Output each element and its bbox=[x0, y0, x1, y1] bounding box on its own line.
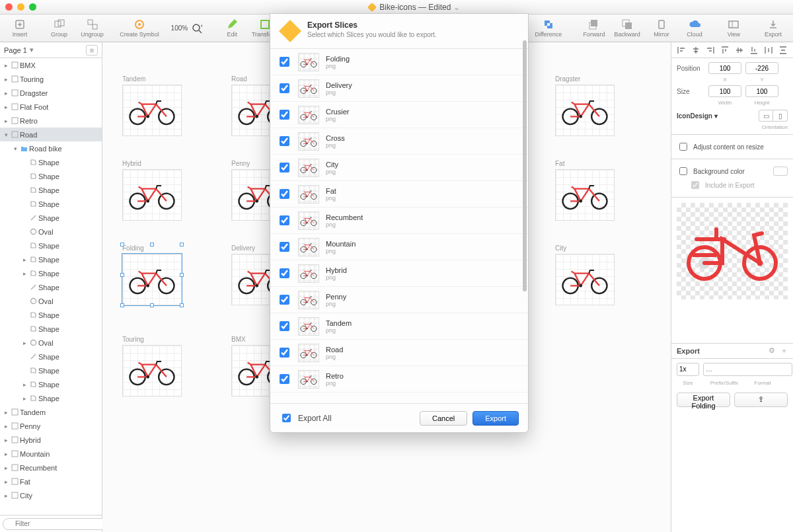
export-slice-row[interactable]: Fat png bbox=[270, 181, 528, 208]
artboard[interactable]: Hybrid bbox=[122, 160, 182, 221]
layer-row[interactable]: ▸Dragster bbox=[0, 86, 102, 100]
align-top-icon[interactable] bbox=[720, 46, 730, 55]
layer-row[interactable]: Shape bbox=[0, 322, 102, 336]
share-button[interactable]: ⇪ bbox=[734, 393, 788, 407]
layer-row[interactable]: Shape bbox=[0, 239, 102, 252]
artboard[interactable]: Touring bbox=[122, 336, 182, 397]
artboard[interactable]: Dragster bbox=[555, 75, 615, 136]
layer-row[interactable]: Oval bbox=[0, 294, 102, 308]
export-confirm-button[interactable]: Export bbox=[472, 411, 519, 426]
layer-row[interactable]: ▸Fat bbox=[0, 475, 102, 488]
layer-row[interactable]: ▸BMX bbox=[0, 58, 102, 72]
layer-row[interactable]: ▸Shape bbox=[0, 252, 102, 266]
view-button[interactable]: View bbox=[718, 15, 749, 42]
align-center-h-icon[interactable] bbox=[691, 46, 700, 55]
export-slice-row[interactable]: Hybrid png bbox=[270, 260, 528, 287]
layer-row[interactable]: ▸Flat Foot bbox=[0, 100, 102, 114]
slice-checkbox[interactable] bbox=[280, 295, 289, 305]
export-all-checkbox[interactable] bbox=[282, 414, 291, 422]
close-window[interactable] bbox=[5, 3, 13, 11]
slice-checkbox[interactable] bbox=[280, 268, 289, 278]
export-prefix-input[interactable] bbox=[703, 363, 792, 376]
layer-row[interactable]: ▸Mountain bbox=[0, 447, 102, 461]
layer-row[interactable]: ▸Recumbent bbox=[0, 461, 102, 475]
export-slice-row[interactable]: Cross png bbox=[270, 128, 528, 155]
export-slice-row[interactable]: Tandem png bbox=[270, 313, 528, 340]
adjust-content-checkbox[interactable] bbox=[679, 143, 687, 151]
layer-row[interactable]: ▸Oval bbox=[0, 336, 102, 350]
align-bottom-icon[interactable] bbox=[749, 46, 759, 55]
layer-row[interactable]: Shape bbox=[0, 183, 102, 197]
zoom-window[interactable] bbox=[29, 3, 36, 11]
layer-row[interactable]: Oval bbox=[0, 225, 102, 239]
layer-row[interactable]: Shape bbox=[0, 308, 102, 322]
create-symbol-button[interactable]: Create Symbol bbox=[116, 15, 163, 42]
layer-row[interactable]: ▾Road bbox=[0, 128, 102, 141]
width-input[interactable] bbox=[708, 85, 741, 97]
layer-row[interactable]: ▸Retro bbox=[0, 114, 102, 128]
layer-row[interactable]: ▸City bbox=[0, 488, 102, 502]
layer-row[interactable]: Shape bbox=[0, 169, 102, 183]
ungroup-button[interactable]: Ungroup bbox=[77, 15, 108, 42]
artboard[interactable]: Fat bbox=[555, 160, 615, 221]
export-slice-row[interactable]: Retro png bbox=[270, 366, 528, 393]
layer-row[interactable]: ▸Tandem bbox=[0, 405, 102, 419]
align-right-icon[interactable] bbox=[706, 46, 715, 55]
layer-row[interactable]: ▸Touring bbox=[0, 72, 102, 86]
artboard[interactable]: Tandem bbox=[122, 75, 182, 136]
slice-checkbox[interactable] bbox=[280, 321, 289, 331]
export-slice-row[interactable]: Delivery png bbox=[270, 75, 528, 102]
distribute-h-icon[interactable] bbox=[764, 46, 773, 55]
zoom-control[interactable]: 100% bbox=[171, 23, 203, 34]
layer-row[interactable]: Shape bbox=[0, 363, 102, 377]
slice-checkbox[interactable] bbox=[280, 110, 289, 120]
height-input[interactable] bbox=[745, 85, 778, 97]
export-slice-row[interactable]: Mountain png bbox=[270, 234, 528, 260]
slice-checkbox[interactable] bbox=[280, 374, 289, 384]
slice-checkbox[interactable] bbox=[280, 348, 289, 358]
cloud-button[interactable]: Cloud bbox=[679, 15, 710, 42]
slice-checkbox[interactable] bbox=[280, 57, 289, 67]
layer-row[interactable]: ▸Shape bbox=[0, 266, 102, 280]
slice-checkbox[interactable] bbox=[280, 163, 289, 172]
cancel-button[interactable]: Cancel bbox=[420, 411, 467, 426]
slice-checkbox[interactable] bbox=[280, 189, 289, 199]
export-slice-row[interactable]: Recumbent png bbox=[270, 208, 528, 234]
backward-button[interactable]: Backward bbox=[611, 15, 643, 42]
export-preset-icon[interactable]: ⚙ bbox=[769, 346, 775, 355]
export-slice-row[interactable]: Penny png bbox=[270, 287, 528, 313]
layer-row[interactable]: ▸Shape bbox=[0, 391, 102, 405]
layer-row[interactable]: Shape bbox=[0, 155, 102, 169]
artboard[interactable]: Folding bbox=[122, 245, 182, 305]
layer-row[interactable]: ▸Penny bbox=[0, 419, 102, 433]
slice-checkbox[interactable] bbox=[280, 242, 289, 252]
difference-button[interactable]: Difference bbox=[533, 15, 564, 42]
export-button[interactable]: Export bbox=[757, 15, 789, 42]
position-y-input[interactable] bbox=[745, 62, 778, 74]
orientation-toggle[interactable]: ▭▯ bbox=[759, 110, 788, 122]
preset-dropdown[interactable]: IconDesign ▾ bbox=[677, 112, 718, 120]
slice-checkbox[interactable] bbox=[280, 83, 289, 93]
artboard[interactable]: City bbox=[555, 245, 615, 305]
dialog-scrollbar[interactable] bbox=[523, 40, 527, 318]
filter-input[interactable] bbox=[3, 518, 112, 530]
layer-row[interactable]: Shape bbox=[0, 211, 102, 225]
export-slice-row[interactable]: City png bbox=[270, 155, 528, 181]
bgcolor-swatch[interactable] bbox=[773, 167, 788, 176]
export-slice-row[interactable]: Crusier png bbox=[270, 102, 528, 128]
page-selector[interactable]: Page 1▾ ≡ bbox=[0, 42, 102, 58]
layer-row[interactable]: Shape bbox=[0, 197, 102, 211]
group-button[interactable]: Group bbox=[44, 15, 75, 42]
minimize-window[interactable] bbox=[17, 3, 24, 11]
mirror-button[interactable]: Mirror bbox=[646, 15, 677, 42]
page-list-icon[interactable]: ≡ bbox=[86, 45, 98, 56]
background-color-checkbox[interactable] bbox=[679, 167, 687, 175]
export-slice-row[interactable]: Road png bbox=[270, 340, 528, 366]
insert-button[interactable]: Insert bbox=[4, 15, 36, 42]
add-export-icon[interactable]: ＋ bbox=[780, 346, 788, 356]
export-slice-row[interactable]: Folding png bbox=[270, 49, 528, 75]
align-left-icon[interactable] bbox=[677, 46, 686, 55]
export-size-input[interactable] bbox=[677, 363, 699, 376]
slice-checkbox[interactable] bbox=[280, 215, 289, 225]
layer-row[interactable]: Shape bbox=[0, 350, 102, 363]
